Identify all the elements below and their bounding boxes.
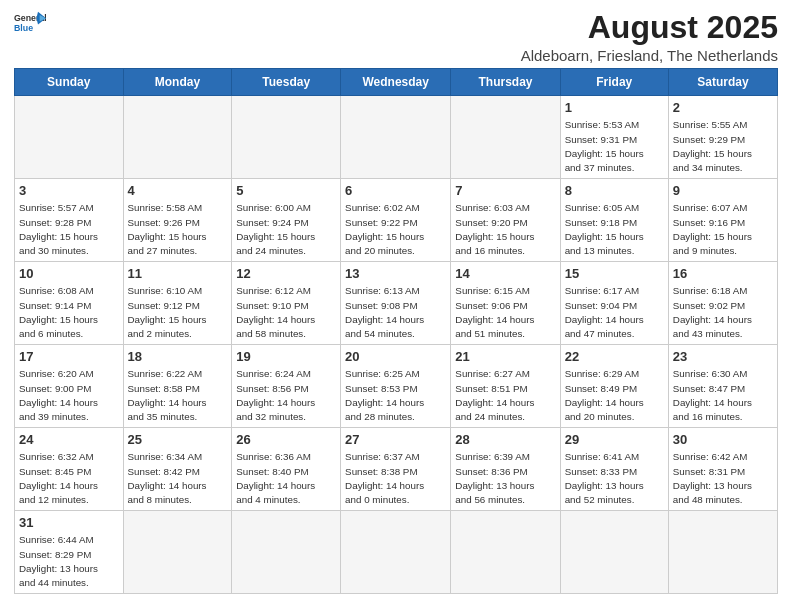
day-number: 30 [673, 431, 773, 449]
day-info: Sunrise: 6:02 AM Sunset: 9:22 PM Dayligh… [345, 201, 446, 258]
table-row: 15Sunrise: 6:17 AM Sunset: 9:04 PM Dayli… [560, 262, 668, 345]
table-row: 28Sunrise: 6:39 AM Sunset: 8:36 PM Dayli… [451, 428, 560, 511]
day-number: 5 [236, 182, 336, 200]
table-row: 23Sunrise: 6:30 AM Sunset: 8:47 PM Dayli… [668, 345, 777, 428]
table-row: 27Sunrise: 6:37 AM Sunset: 8:38 PM Dayli… [341, 428, 451, 511]
day-number: 9 [673, 182, 773, 200]
svg-text:Blue: Blue [14, 23, 33, 33]
day-number: 6 [345, 182, 446, 200]
col-saturday: Saturday [668, 69, 777, 96]
day-info: Sunrise: 6:03 AM Sunset: 9:20 PM Dayligh… [455, 201, 555, 258]
day-number: 21 [455, 348, 555, 366]
table-row [123, 511, 232, 594]
day-info: Sunrise: 6:07 AM Sunset: 9:16 PM Dayligh… [673, 201, 773, 258]
day-number: 20 [345, 348, 446, 366]
table-row [123, 96, 232, 179]
table-row: 4Sunrise: 5:58 AM Sunset: 9:26 PM Daylig… [123, 179, 232, 262]
calendar-table: Sunday Monday Tuesday Wednesday Thursday… [14, 68, 778, 594]
table-row: 25Sunrise: 6:34 AM Sunset: 8:42 PM Dayli… [123, 428, 232, 511]
day-info: Sunrise: 6:42 AM Sunset: 8:31 PM Dayligh… [673, 450, 773, 507]
table-row [232, 96, 341, 179]
col-thursday: Thursday [451, 69, 560, 96]
day-number: 25 [128, 431, 228, 449]
table-row: 8Sunrise: 6:05 AM Sunset: 9:18 PM Daylig… [560, 179, 668, 262]
day-info: Sunrise: 5:53 AM Sunset: 9:31 PM Dayligh… [565, 118, 664, 175]
day-info: Sunrise: 6:05 AM Sunset: 9:18 PM Dayligh… [565, 201, 664, 258]
day-number: 10 [19, 265, 119, 283]
day-number: 22 [565, 348, 664, 366]
day-info: Sunrise: 6:08 AM Sunset: 9:14 PM Dayligh… [19, 284, 119, 341]
table-row: 21Sunrise: 6:27 AM Sunset: 8:51 PM Dayli… [451, 345, 560, 428]
title-block: August 2025 Aldeboarn, Friesland, The Ne… [521, 10, 778, 64]
table-row: 22Sunrise: 6:29 AM Sunset: 8:49 PM Dayli… [560, 345, 668, 428]
table-row [341, 96, 451, 179]
table-row: 13Sunrise: 6:13 AM Sunset: 9:08 PM Dayli… [341, 262, 451, 345]
table-row: 1Sunrise: 5:53 AM Sunset: 9:31 PM Daylig… [560, 96, 668, 179]
day-number: 29 [565, 431, 664, 449]
table-row [232, 511, 341, 594]
day-info: Sunrise: 6:29 AM Sunset: 8:49 PM Dayligh… [565, 367, 664, 424]
day-info: Sunrise: 6:18 AM Sunset: 9:02 PM Dayligh… [673, 284, 773, 341]
table-row: 16Sunrise: 6:18 AM Sunset: 9:02 PM Dayli… [668, 262, 777, 345]
day-info: Sunrise: 6:13 AM Sunset: 9:08 PM Dayligh… [345, 284, 446, 341]
day-number: 28 [455, 431, 555, 449]
day-info: Sunrise: 6:44 AM Sunset: 8:29 PM Dayligh… [19, 533, 119, 590]
table-row [668, 511, 777, 594]
table-row: 2Sunrise: 5:55 AM Sunset: 9:29 PM Daylig… [668, 96, 777, 179]
day-info: Sunrise: 6:41 AM Sunset: 8:33 PM Dayligh… [565, 450, 664, 507]
day-info: Sunrise: 6:17 AM Sunset: 9:04 PM Dayligh… [565, 284, 664, 341]
table-row: 19Sunrise: 6:24 AM Sunset: 8:56 PM Dayli… [232, 345, 341, 428]
day-info: Sunrise: 6:15 AM Sunset: 9:06 PM Dayligh… [455, 284, 555, 341]
day-info: Sunrise: 6:30 AM Sunset: 8:47 PM Dayligh… [673, 367, 773, 424]
day-info: Sunrise: 6:00 AM Sunset: 9:24 PM Dayligh… [236, 201, 336, 258]
table-row: 26Sunrise: 6:36 AM Sunset: 8:40 PM Dayli… [232, 428, 341, 511]
day-info: Sunrise: 6:34 AM Sunset: 8:42 PM Dayligh… [128, 450, 228, 507]
table-row: 31Sunrise: 6:44 AM Sunset: 8:29 PM Dayli… [15, 511, 124, 594]
table-row: 24Sunrise: 6:32 AM Sunset: 8:45 PM Dayli… [15, 428, 124, 511]
col-wednesday: Wednesday [341, 69, 451, 96]
table-row: 10Sunrise: 6:08 AM Sunset: 9:14 PM Dayli… [15, 262, 124, 345]
day-number: 17 [19, 348, 119, 366]
table-row: 11Sunrise: 6:10 AM Sunset: 9:12 PM Dayli… [123, 262, 232, 345]
col-monday: Monday [123, 69, 232, 96]
day-number: 19 [236, 348, 336, 366]
day-number: 12 [236, 265, 336, 283]
day-number: 13 [345, 265, 446, 283]
day-info: Sunrise: 6:10 AM Sunset: 9:12 PM Dayligh… [128, 284, 228, 341]
col-sunday: Sunday [15, 69, 124, 96]
table-row: 17Sunrise: 6:20 AM Sunset: 9:00 PM Dayli… [15, 345, 124, 428]
page-subtitle: Aldeboarn, Friesland, The Netherlands [521, 47, 778, 64]
day-number: 4 [128, 182, 228, 200]
table-row: 3Sunrise: 5:57 AM Sunset: 9:28 PM Daylig… [15, 179, 124, 262]
day-number: 31 [19, 514, 119, 532]
table-row: 7Sunrise: 6:03 AM Sunset: 9:20 PM Daylig… [451, 179, 560, 262]
day-info: Sunrise: 6:22 AM Sunset: 8:58 PM Dayligh… [128, 367, 228, 424]
day-number: 7 [455, 182, 555, 200]
col-tuesday: Tuesday [232, 69, 341, 96]
day-number: 1 [565, 99, 664, 117]
day-info: Sunrise: 6:24 AM Sunset: 8:56 PM Dayligh… [236, 367, 336, 424]
day-info: Sunrise: 6:37 AM Sunset: 8:38 PM Dayligh… [345, 450, 446, 507]
day-info: Sunrise: 6:32 AM Sunset: 8:45 PM Dayligh… [19, 450, 119, 507]
table-row [341, 511, 451, 594]
day-number: 26 [236, 431, 336, 449]
page-title: August 2025 [521, 10, 778, 45]
day-number: 18 [128, 348, 228, 366]
table-row: 20Sunrise: 6:25 AM Sunset: 8:53 PM Dayli… [341, 345, 451, 428]
logo: General Blue [14, 10, 46, 36]
day-number: 2 [673, 99, 773, 117]
table-row [560, 511, 668, 594]
day-info: Sunrise: 5:58 AM Sunset: 9:26 PM Dayligh… [128, 201, 228, 258]
day-number: 15 [565, 265, 664, 283]
table-row: 12Sunrise: 6:12 AM Sunset: 9:10 PM Dayli… [232, 262, 341, 345]
table-row [451, 96, 560, 179]
day-number: 24 [19, 431, 119, 449]
day-info: Sunrise: 6:36 AM Sunset: 8:40 PM Dayligh… [236, 450, 336, 507]
day-number: 27 [345, 431, 446, 449]
table-row: 6Sunrise: 6:02 AM Sunset: 9:22 PM Daylig… [341, 179, 451, 262]
table-row: 30Sunrise: 6:42 AM Sunset: 8:31 PM Dayli… [668, 428, 777, 511]
day-info: Sunrise: 6:25 AM Sunset: 8:53 PM Dayligh… [345, 367, 446, 424]
day-info: Sunrise: 6:20 AM Sunset: 9:00 PM Dayligh… [19, 367, 119, 424]
table-row: 14Sunrise: 6:15 AM Sunset: 9:06 PM Dayli… [451, 262, 560, 345]
day-info: Sunrise: 6:12 AM Sunset: 9:10 PM Dayligh… [236, 284, 336, 341]
